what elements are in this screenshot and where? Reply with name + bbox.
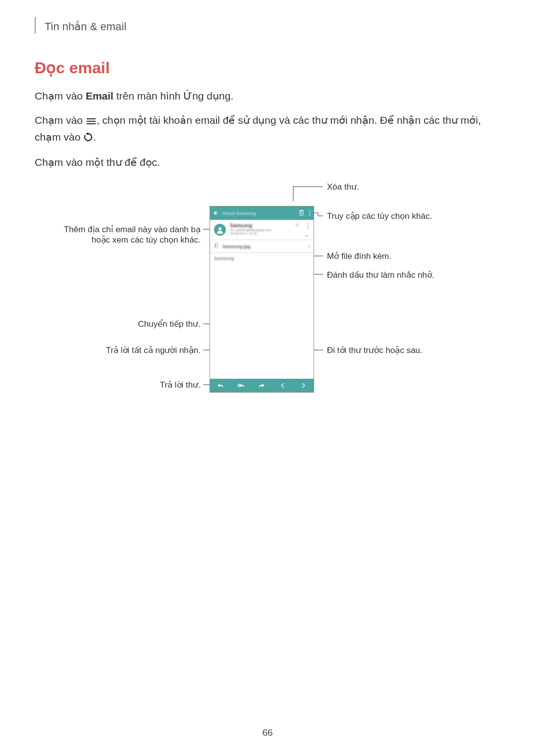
email-body: Samsung <box>210 253 314 264</box>
chevron-down-icon[interactable]: ⌄ <box>304 232 309 238</box>
phone-mockup: About Samsung Samsung To: user01@samsung… <box>210 206 314 393</box>
delete-icon[interactable] <box>299 209 304 217</box>
para1-post: trên màn hình Ứng dụng. <box>113 90 233 101</box>
callout-more-options: Truy cập các tùy chọn khác. <box>327 211 432 221</box>
sender-info: Samsung To: user01@samsung.com 04/08/201… <box>230 223 271 236</box>
svg-point-12 <box>308 223 309 224</box>
page-number: 66 <box>0 727 535 738</box>
section-heading: Đọc email <box>35 58 500 77</box>
svg-point-14 <box>308 228 309 229</box>
paperclip-icon <box>213 242 221 251</box>
forward-button[interactable] <box>252 381 272 390</box>
para2-c: . <box>93 131 96 143</box>
svg-point-10 <box>309 214 310 215</box>
paragraph-2: Chạm vào , chọn một tài khoản email để s… <box>35 112 500 147</box>
callout-add-contact: Thêm địa chỉ email này vào danh bạ hoặc … <box>45 224 201 245</box>
paragraph-1: Chạm vào Email trên màn hình Ứng dụng. <box>35 88 500 104</box>
callout-prev-next: Đi tới thư trước hoặc sau. <box>327 345 423 355</box>
callout-reply: Trả lời thư. <box>74 380 201 390</box>
phone-header-title: About Samsung <box>222 211 299 216</box>
callout-reply-all: Trả lời tất cả người nhận. <box>74 345 201 355</box>
menu-icon <box>86 113 96 130</box>
callout-forward: Chuyển tiếp thư. <box>74 319 201 329</box>
sender-date: 04/08/2014 15:30 <box>230 232 271 235</box>
sender-to: To: user01@samsung.com <box>230 228 271 232</box>
svg-point-8 <box>309 210 310 211</box>
more-icon[interactable] <box>307 222 309 231</box>
more-header-icon[interactable] <box>309 210 311 217</box>
sender-name: Samsung <box>230 223 271 228</box>
callout-delete: Xóa thư. <box>327 182 359 192</box>
prev-button[interactable] <box>272 381 293 390</box>
para2-a: Chạm vào <box>35 114 86 126</box>
chevron-right-icon[interactable]: › <box>308 244 310 249</box>
svg-point-11 <box>218 227 221 230</box>
sender-row: Samsung To: user01@samsung.com 04/08/201… <box>210 220 314 240</box>
next-button[interactable] <box>293 381 314 390</box>
refresh-icon <box>84 130 93 147</box>
callout-reminder: Đánh dấu thư làm nhắc nhở. <box>327 270 434 280</box>
phone-footer <box>210 379 314 392</box>
attachment-name: Samsung.jpg <box>222 244 308 249</box>
para1-pre: Chạm vào <box>35 90 86 101</box>
para1-bold: Email <box>86 90 113 101</box>
svg-rect-3 <box>300 211 303 215</box>
breadcrumb: Tin nhắn & email <box>35 20 500 34</box>
breadcrumb-text: Tin nhắn & email <box>45 20 126 33</box>
para2-b: , chọn một tài khoản email để sử dụng và… <box>35 114 481 143</box>
sender-avatar[interactable] <box>214 224 226 236</box>
back-icon[interactable] <box>213 210 218 216</box>
paragraph-3: Chạm vào một thư để đọc. <box>35 154 500 171</box>
callout-open-attach: Mở file đính kèm. <box>327 251 391 261</box>
attachment-row[interactable]: Samsung.jpg › <box>210 240 314 253</box>
reply-all-button[interactable] <box>231 381 252 390</box>
svg-point-13 <box>308 226 309 227</box>
star-icon[interactable]: ☆ <box>295 222 300 228</box>
phone-header: About Samsung <box>210 206 314 220</box>
reply-button[interactable] <box>210 381 231 390</box>
email-figure: About Samsung Samsung To: user01@samsung… <box>35 185 500 403</box>
breadcrumb-divider <box>35 17 36 34</box>
svg-point-9 <box>309 212 310 213</box>
